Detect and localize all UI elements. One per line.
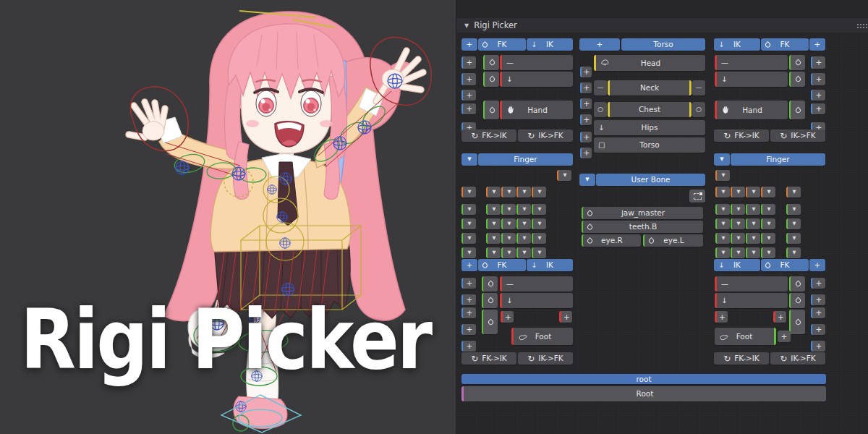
droplet-button[interactable]	[789, 276, 805, 292]
add-button[interactable]: +	[461, 324, 476, 335]
neck-minus-button[interactable]: —	[594, 80, 607, 95]
add-button[interactable]: +	[461, 341, 476, 352]
finger-caret-button[interactable]: ▼	[715, 218, 730, 229]
teeth-button[interactable]: teeth.B	[582, 221, 703, 233]
ik-header-button[interactable]: ↓IK	[527, 259, 573, 271]
droplet-button[interactable]	[483, 55, 499, 70]
finger-caret-button[interactable]: ▼	[516, 247, 531, 258]
droplet-button[interactable]	[789, 55, 805, 70]
droplet-button[interactable]	[482, 276, 498, 292]
finger-caret-button[interactable]: ▼	[461, 218, 476, 229]
add-button[interactable]: +	[580, 148, 592, 158]
fk-to-ik-button[interactable]: ↻FK->IK	[714, 352, 769, 365]
bone-slider[interactable]: —	[715, 55, 788, 70]
fk-to-ik-button[interactable]: ↻FK->IK	[714, 129, 769, 142]
add-button[interactable]: +	[579, 38, 620, 51]
add-button[interactable]: +	[811, 103, 825, 114]
finger-caret-button[interactable]: ▼	[486, 187, 501, 197]
finger-caret-button[interactable]: ▼	[786, 218, 801, 229]
ik-to-fk-button[interactable]: ↻IK->FK	[518, 352, 573, 365]
ik-header-button[interactable]: ↓IK	[527, 38, 573, 51]
add-button[interactable]: +	[773, 311, 786, 323]
add-button[interactable]: +	[580, 98, 592, 109]
droplet-button[interactable]	[483, 101, 499, 119]
finger-caret-button[interactable]: ▼	[786, 204, 801, 215]
hips-button[interactable]: ↓Hips	[594, 120, 705, 135]
add-button[interactable]: +	[811, 90, 825, 101]
finger-caret-button[interactable]: ▼	[746, 187, 760, 197]
fk-header-button[interactable]: FK	[761, 38, 809, 51]
bone-slider[interactable]: —	[715, 276, 788, 292]
finger-caret-button[interactable]: ▼	[516, 204, 531, 215]
finger-caret-button[interactable]: ▼	[501, 218, 516, 229]
grip-icon[interactable]	[857, 24, 859, 25]
finger-collapse-button[interactable]: ▼	[714, 153, 730, 166]
finger-caret-button[interactable]: ▼	[501, 187, 516, 197]
add-button[interactable]: +	[811, 307, 825, 318]
foot-button[interactable]: Foot	[511, 328, 573, 345]
eye-r-button[interactable]: eye.R	[582, 234, 641, 247]
add-button[interactable]: +	[461, 73, 476, 85]
finger-caret-button[interactable]: ▼	[501, 247, 516, 258]
finger-caret-button[interactable]: ▼	[461, 204, 476, 215]
add-button[interactable]: +	[580, 114, 592, 125]
finger-caret-button[interactable]: ▼	[746, 247, 760, 258]
finger-caret-button[interactable]: ▼	[486, 233, 501, 244]
add-button[interactable]: +	[580, 82, 592, 93]
add-button[interactable]: +	[809, 38, 825, 51]
chest-button[interactable]: Chest	[608, 102, 692, 117]
bone-slider[interactable]: ↓	[715, 293, 788, 308]
foot-button[interactable]: Foot	[715, 328, 776, 345]
panel-header[interactable]: ▼ Rigi Picker	[456, 18, 868, 33]
chest-circle-button[interactable]: ○	[692, 102, 705, 117]
add-button[interactable]: +	[811, 341, 825, 352]
finger-caret-button[interactable]: ▼	[786, 247, 801, 258]
user-bone-collapse-button[interactable]: ▼	[579, 174, 595, 186]
finger-caret-button[interactable]: ▼	[715, 170, 730, 181]
ik-header-button[interactable]: ↓IK	[714, 259, 760, 271]
finger-caret-button[interactable]: ▼	[731, 247, 745, 258]
finger-caret-button[interactable]: ▼	[501, 233, 516, 244]
finger-caret-button[interactable]: ▼	[557, 170, 571, 181]
hand-button[interactable]: Hand	[715, 101, 788, 119]
finger-caret-button[interactable]: ▼	[746, 218, 760, 229]
add-button[interactable]: +	[461, 38, 477, 51]
fk-to-ik-button[interactable]: ↻FK->IK	[461, 352, 516, 365]
finger-caret-button[interactable]: ▼	[761, 233, 775, 244]
finger-caret-button[interactable]: ▼	[786, 233, 801, 244]
finger-caret-button[interactable]: ▼	[532, 187, 546, 197]
finger-caret-button[interactable]: ▼	[516, 218, 531, 229]
add-button[interactable]: +	[811, 278, 825, 289]
ik-header-button[interactable]: ↓IK	[714, 38, 760, 51]
droplet-button[interactable]	[789, 293, 805, 308]
finger-caret-button[interactable]: ▼	[761, 218, 775, 229]
bone-slider[interactable]: —	[500, 55, 573, 70]
finger-caret-button[interactable]: ▼	[715, 247, 730, 258]
finger-collapse-button[interactable]: ▼	[461, 153, 477, 166]
finger-caret-button[interactable]: ▼	[516, 187, 531, 197]
torso-box-button[interactable]: □Torso	[594, 137, 705, 153]
finger-caret-button[interactable]: ▼	[501, 204, 516, 215]
finger-caret-button[interactable]: ▼	[731, 204, 745, 215]
add-button[interactable]: +	[811, 73, 825, 85]
finger-caret-button[interactable]: ▼	[715, 233, 730, 244]
neck-button[interactable]: Neck	[608, 80, 692, 95]
add-button[interactable]: +	[461, 278, 476, 289]
add-button[interactable]: +	[811, 294, 825, 305]
finger-caret-button[interactable]: ▼	[461, 233, 476, 244]
add-button[interactable]: +	[811, 324, 825, 335]
finger-caret-button[interactable]: ▼	[516, 233, 531, 244]
finger-caret-button[interactable]: ▼	[486, 247, 501, 258]
bone-slider[interactable]: —	[500, 276, 573, 292]
finger-caret-button[interactable]: ▼	[532, 233, 546, 244]
add-button[interactable]: +	[461, 103, 476, 114]
finger-caret-button[interactable]: ▼	[486, 204, 501, 215]
droplet-button[interactable]	[789, 310, 805, 334]
add-button[interactable]: +	[461, 90, 476, 101]
head-button[interactable]: Head	[594, 55, 705, 71]
finger-caret-button[interactable]: ▼	[731, 218, 745, 229]
ik-to-fk-button[interactable]: ↻IK->FK	[770, 352, 825, 365]
bone-slider[interactable]: ↓	[500, 72, 573, 87]
finger-header-button[interactable]: Finger	[731, 153, 825, 166]
droplet-button[interactable]	[482, 310, 498, 334]
